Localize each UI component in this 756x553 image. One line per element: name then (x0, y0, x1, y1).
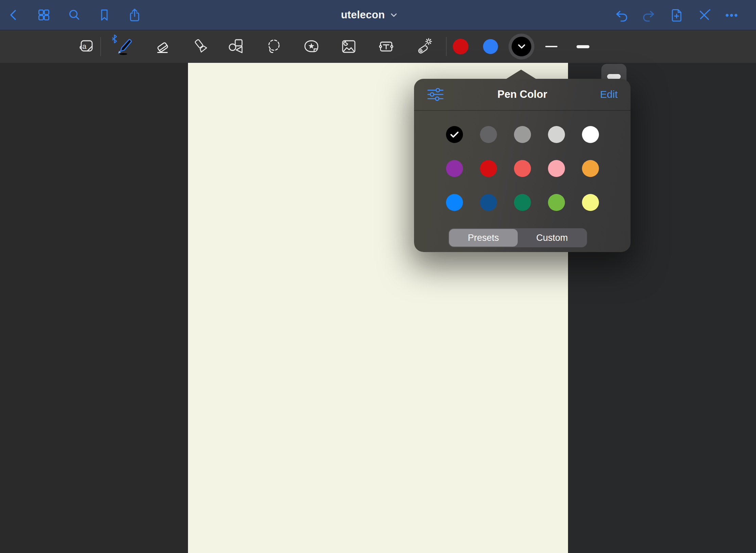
sliders-icon[interactable] (427, 88, 444, 101)
undo-icon (614, 7, 629, 22)
color-swatch-green[interactable] (548, 194, 565, 211)
undo-button[interactable] (614, 7, 629, 22)
swatch-row (414, 160, 631, 177)
highlighter-icon (191, 37, 210, 56)
search-button[interactable] (67, 7, 82, 22)
thick-stroke-icon (607, 74, 621, 79)
stroke-thin-button[interactable] (542, 37, 561, 56)
color-swatch-pink[interactable] (548, 160, 565, 177)
highlighter-tool[interactable] (191, 37, 210, 56)
share-button[interactable] (127, 7, 142, 22)
chevron-down-icon (390, 13, 397, 18)
redo-icon (641, 7, 656, 22)
shapes-tool[interactable] (227, 37, 246, 56)
document-title-menu[interactable]: utelecon (341, 9, 397, 21)
page-grid-icon (36, 7, 51, 22)
quick-color-red[interactable] (453, 39, 468, 54)
medium-stroke-icon (577, 45, 589, 48)
chevron-down-icon (518, 44, 526, 49)
color-swatch-blue[interactable] (446, 194, 463, 211)
share-icon (127, 7, 142, 22)
eraser-icon (153, 37, 172, 56)
navbar: utelecon (0, 0, 756, 30)
color-swatch-dark-gray[interactable] (480, 126, 497, 143)
sticker-tool[interactable] (302, 37, 321, 56)
zoom-window-tool[interactable]: a (77, 37, 96, 56)
tab-custom[interactable]: Custom (518, 229, 586, 247)
popover-title: Pen Color (414, 88, 631, 101)
back-button[interactable] (6, 7, 21, 22)
tab-presets-selected[interactable]: Presets (449, 229, 518, 247)
color-swatch-black-selected[interactable] (446, 126, 463, 143)
pen-color-popover: Pen Color Edit PresetsCustom (414, 79, 631, 252)
color-swatch-teal[interactable] (514, 194, 531, 211)
pen-crossed-icon (697, 7, 711, 22)
pen-tool[interactable] (112, 37, 136, 56)
color-swatch-light-gray[interactable] (548, 126, 565, 143)
color-swatch-purple[interactable] (446, 160, 463, 177)
color-swatch-red[interactable] (480, 160, 497, 177)
stroke-medium-button[interactable] (574, 37, 592, 56)
search-icon (67, 7, 82, 22)
redo-button[interactable] (641, 7, 656, 22)
quick-color-black-selected[interactable] (509, 34, 534, 59)
color-palette (414, 126, 631, 211)
swatch-row (414, 194, 631, 211)
pen-icon (115, 37, 134, 56)
toolbar-divider (446, 37, 447, 56)
quick-color-blue[interactable] (483, 39, 498, 54)
color-swatch-white[interactable] (582, 126, 599, 143)
edit-link[interactable]: Edit (600, 89, 618, 100)
presets-custom-segmented-control: PresetsCustom (448, 228, 587, 247)
thumbnails-button[interactable] (36, 7, 51, 22)
color-swatch-coral[interactable] (514, 160, 531, 177)
image-icon (339, 37, 358, 56)
tools-toolbar: a (0, 30, 756, 63)
navbar-right-group (614, 7, 739, 22)
eraser-tool[interactable] (153, 37, 172, 56)
text-icon (377, 37, 396, 56)
lasso-icon (264, 37, 284, 56)
shapes-icon (227, 37, 246, 56)
bookmark-icon (97, 7, 112, 22)
read-only-toggle-button[interactable] (697, 7, 711, 22)
chevron-left-icon (6, 7, 21, 22)
check-icon (450, 131, 459, 138)
laser-pointer-icon (414, 37, 433, 56)
add-page-icon (669, 7, 684, 22)
color-swatch-yellow[interactable] (582, 194, 599, 211)
swatch-row (414, 126, 631, 143)
ellipsis-icon (724, 7, 739, 22)
text-tool[interactable] (377, 37, 396, 56)
toolbar-divider (100, 37, 101, 56)
image-tool[interactable] (339, 37, 358, 56)
selected-color-dot (512, 37, 531, 56)
color-swatch-gray[interactable] (514, 126, 531, 143)
bluetooth-icon (111, 34, 117, 43)
color-swatch-orange[interactable] (582, 160, 599, 177)
laser-pointer-tool[interactable] (414, 37, 433, 56)
sticker-icon (302, 37, 321, 56)
document-title: utelecon (341, 9, 385, 21)
svg-text:a: a (82, 42, 87, 51)
bookmark-button[interactable] (97, 7, 112, 22)
thin-stroke-icon (545, 46, 557, 47)
popover-header: Pen Color Edit (414, 79, 631, 111)
add-page-button[interactable] (669, 7, 684, 22)
color-swatch-navy[interactable] (480, 194, 497, 211)
lasso-tool[interactable] (264, 37, 284, 56)
navbar-left-group (6, 7, 142, 22)
more-button[interactable] (724, 7, 739, 22)
zoom-window-icon: a (77, 37, 96, 56)
